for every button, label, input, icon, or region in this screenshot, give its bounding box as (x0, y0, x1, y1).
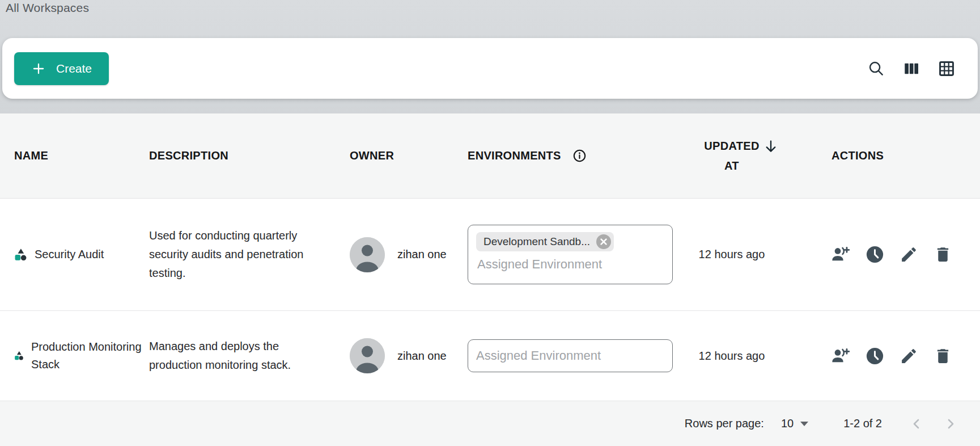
header-updated-line1: UPDATED (704, 140, 759, 152)
header-name: NAME (0, 149, 149, 162)
header-updated-line2: AT (724, 159, 739, 172)
delete-trash-button[interactable] (934, 245, 952, 264)
history-clock-button[interactable] (866, 347, 884, 365)
edit-pencil-button[interactable] (900, 347, 918, 365)
environment-placeholder: Assigned Environment (476, 348, 601, 363)
environments-cell: Assigned Environment (468, 339, 673, 372)
workspace-name[interactable]: Production Monitoring Stack (31, 338, 149, 373)
add-user-button[interactable] (831, 347, 850, 365)
create-button-label: Create (56, 62, 92, 75)
environment-chip[interactable]: Development Sandb... (476, 232, 614, 251)
actions-cell (791, 347, 980, 365)
environment-placeholder: Assigned Environment (477, 257, 664, 272)
workspace-name-cell: Production Monitoring Stack (0, 338, 149, 373)
rows-per-page-label: Rows per page: (685, 417, 764, 430)
workspaces-table: NAME DESCRIPTION OWNER ENVIRONMENTS UPDA… (0, 113, 980, 446)
workspace-name-cell: Security Audit (0, 246, 149, 263)
person-icon (350, 237, 385, 272)
owner-avatar (350, 338, 385, 373)
pager-buttons (909, 416, 958, 431)
environment-chip-label: Development Sandb... (483, 235, 590, 248)
rows-per-page-value: 10 (781, 417, 794, 430)
environments-cell: Development Sandb... Assigned Environmen… (468, 225, 673, 284)
updated-at-value: 12 hours ago (673, 248, 791, 261)
edit-pencil-button[interactable] (900, 245, 918, 264)
workspace-name[interactable]: Security Audit (35, 246, 104, 263)
owner-avatar (350, 237, 385, 272)
owner-cell: zihan one (350, 338, 468, 373)
previous-page-chevron-icon[interactable] (909, 416, 924, 431)
header-environments: ENVIRONMENTS (468, 149, 673, 163)
plus-icon (31, 61, 46, 76)
updated-at-value: 12 hours ago (673, 350, 791, 363)
workspace-description: Used for conducting quarterly security a… (149, 226, 350, 283)
actions-cell (791, 245, 980, 264)
header-environments-label: ENVIRONMENTS (468, 149, 561, 162)
owner-name: zihan one (397, 248, 447, 261)
create-button[interactable]: Create (14, 52, 109, 85)
person-icon (350, 338, 385, 373)
assigned-environment-input[interactable]: Assigned Environment (468, 339, 673, 372)
table-pagination: Rows per page: 10 1-2 of 2 (0, 401, 980, 446)
chip-remove-close-icon[interactable] (596, 234, 612, 250)
workspace-shapes-icon (14, 351, 24, 361)
info-icon[interactable] (572, 149, 587, 163)
assigned-environment-input[interactable]: Development Sandb... Assigned Environmen… (468, 225, 673, 284)
page-title: All Workspaces (6, 1, 89, 15)
search-icon[interactable] (867, 60, 885, 78)
pagination-range: 1-2 of 2 (843, 417, 882, 430)
header-owner: OWNER (350, 149, 468, 162)
header-actions: ACTIONS (791, 149, 980, 162)
view-columns-icon[interactable] (902, 60, 920, 78)
owner-cell: zihan one (350, 237, 468, 272)
history-clock-button[interactable] (866, 245, 884, 264)
grid-view-icon[interactable] (937, 60, 956, 78)
workspaces-page: All Workspaces Create NAME DESCRIPTION O… (0, 0, 980, 446)
sort-desc-arrow-icon[interactable] (763, 138, 779, 154)
workspace-shapes-icon (14, 248, 27, 262)
rows-per-page-select[interactable]: 10 (781, 417, 808, 430)
caret-down-icon (800, 422, 808, 426)
delete-trash-button[interactable] (934, 347, 952, 365)
owner-name: zihan one (397, 350, 447, 363)
header-description: DESCRIPTION (149, 149, 350, 162)
next-page-chevron-icon[interactable] (943, 416, 958, 431)
toolbar-icon-group (867, 60, 956, 78)
table-row: Production Monitoring Stack Manages and … (0, 311, 980, 401)
workspace-description: Manages and deploys the production monit… (149, 337, 350, 375)
toolbar-card: Create (2, 38, 978, 99)
table-header-row: NAME DESCRIPTION OWNER ENVIRONMENTS UPDA… (0, 113, 980, 199)
header-updated-at[interactable]: UPDATED AT (673, 136, 791, 176)
table-row: Security Audit Used for conducting quart… (0, 199, 980, 311)
add-user-button[interactable] (831, 245, 850, 264)
